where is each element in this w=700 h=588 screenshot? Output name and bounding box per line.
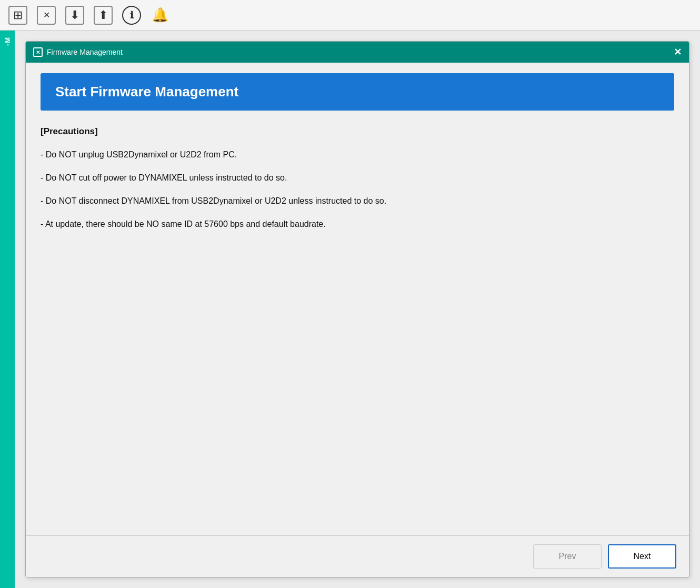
- bell-icon[interactable]: 🔔: [151, 6, 169, 25]
- prev-button[interactable]: Prev: [533, 544, 602, 569]
- dialog-title-left: ✕ Firmware Management: [33, 47, 123, 57]
- dialog-banner: Start Firmware Management: [41, 73, 674, 111]
- toolbar: ⊞ ✕ ⬇ ⬆ ℹ 🔔: [0, 0, 700, 31]
- precaution-item-1: - Do NOT unplug USB2Dynamixel or U2D2 fr…: [41, 148, 674, 161]
- dialog-body: Start Firmware Management [Precautions] …: [26, 63, 689, 535]
- info-icon[interactable]: ℹ: [122, 6, 141, 25]
- precautions-title: [Precautions]: [41, 126, 674, 137]
- sidebar-strip: -M: [0, 31, 15, 588]
- upload-icon[interactable]: ⬆: [94, 6, 113, 25]
- download-icon[interactable]: ⬇: [65, 6, 84, 25]
- dialog-titlebar: ✕ Firmware Management ✕: [26, 42, 689, 63]
- dialog-title-text: Firmware Management: [47, 48, 123, 56]
- dialog-close-button[interactable]: ✕: [674, 47, 682, 57]
- home-icon[interactable]: ⊞: [8, 6, 27, 25]
- firmware-dialog: ✕ Firmware Management ✕ Start Firmware M…: [25, 41, 689, 577]
- precaution-item-3: - Do NOT disconnect DYNAMIXEL from USB2D…: [41, 195, 674, 207]
- sidebar-label: -M: [4, 37, 12, 46]
- dialog-footer: Prev Next: [26, 535, 689, 577]
- precaution-item-4: - At update, there should be NO same ID …: [41, 218, 674, 231]
- main-area: ✕ Firmware Management ✕ Start Firmware M…: [15, 31, 700, 588]
- dialog-title-icon: ✕: [33, 47, 43, 57]
- close-icon[interactable]: ✕: [37, 6, 56, 25]
- next-button[interactable]: Next: [608, 544, 676, 569]
- precaution-item-2: - Do NOT cut off power to DYNAMIXEL unle…: [41, 172, 674, 184]
- banner-title: Start Firmware Management: [55, 84, 238, 99]
